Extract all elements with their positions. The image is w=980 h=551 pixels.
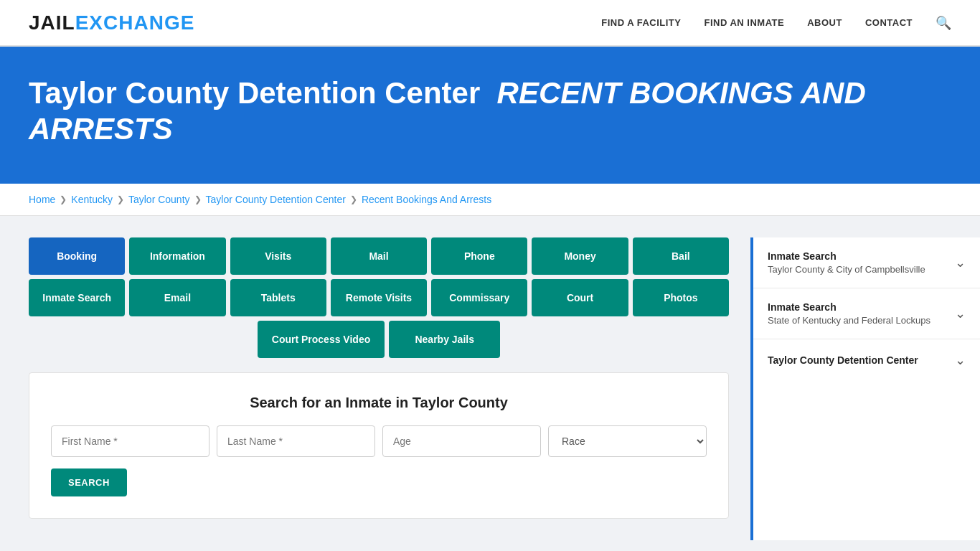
sidebar-item-2[interactable]: Inmate Search State of Kentucky and Fede… [753,288,980,339]
tab-court-process-video[interactable]: Court Process Video [258,321,385,358]
breadcrumb-current[interactable]: Recent Bookings And Arrests [362,194,491,205]
sidebar-item-3[interactable]: Taylor County Detention Center ⌄ [753,339,980,381]
sidebar-item-1-title: Inmate Search [768,250,925,262]
tab-money[interactable]: Money [532,237,628,275]
breadcrumb-home[interactable]: Home [29,194,55,205]
sidebar-item-2-text: Inmate Search State of Kentucky and Fede… [768,301,930,326]
breadcrumb-detention-center[interactable]: Taylor County Detention Center [206,194,346,205]
sidebar-item-1-text: Inmate Search Taylor County & City of Ca… [768,250,925,275]
chevron-icon-1: ⌄ [955,255,966,270]
search-fields: Race White Black Hispanic Asian Other [51,425,707,457]
tab-court[interactable]: Court [532,279,628,316]
page-title: Taylor County Detention Center RECENT BO… [29,75,951,148]
nav: FIND A FACILITY FIND AN INMATE ABOUT CON… [601,15,951,31]
logo-exchange: EXCHANGE [75,11,195,34]
breadcrumb-kentucky[interactable]: Kentucky [71,194,113,205]
nav-contact[interactable]: CONTACT [865,17,913,28]
sidebar-item-3-title: Taylor County Detention Center [768,354,918,366]
tab-row-3: Court Process Video Nearby Jails [29,321,729,358]
nav-about[interactable]: ABOUT [807,17,842,28]
search-title: Search for an Inmate in Taylor County [51,395,707,411]
breadcrumb-sep-2: ❯ [117,194,124,204]
sidebar-item-1[interactable]: Inmate Search Taylor County & City of Ca… [753,237,980,288]
tab-email[interactable]: Email [129,279,225,316]
logo-jail: JAIL [29,11,75,34]
tab-row-1: Booking Information Visits Mail Phone Mo… [29,237,729,275]
chevron-icon-3: ⌄ [955,352,966,368]
nav-find-facility[interactable]: FIND A FACILITY [601,17,681,28]
last-name-input[interactable] [217,425,375,457]
race-select[interactable]: Race White Black Hispanic Asian Other [548,425,707,457]
sidebar-item-2-title: Inmate Search [768,301,930,313]
nav-find-inmate[interactable]: FIND AN INMATE [704,17,784,28]
tab-mail[interactable]: Mail [331,237,427,275]
breadcrumb: Home ❯ Kentucky ❯ Taylor County ❯ Taylor… [0,184,980,216]
tab-booking[interactable]: Booking [29,237,125,275]
left-content: Booking Information Visits Mail Phone Mo… [0,216,750,540]
tab-bail[interactable]: Bail [633,237,729,275]
hero-title-main: Taylor County Detention Center [29,76,480,110]
breadcrumb-taylor-county[interactable]: Taylor County [128,194,190,205]
main-content: Booking Information Visits Mail Phone Mo… [0,216,980,540]
tab-visits[interactable]: Visits [230,237,326,275]
breadcrumb-sep-3: ❯ [194,194,202,204]
age-input[interactable] [382,425,541,457]
tab-nearby-jails[interactable]: Nearby Jails [389,321,500,358]
tab-remote-visits[interactable]: Remote Visits [331,279,427,316]
chevron-icon-2: ⌄ [955,306,966,321]
tab-row-2: Inmate Search Email Tablets Remote Visit… [29,279,729,316]
breadcrumb-sep-1: ❯ [60,194,67,204]
tab-phone[interactable]: Phone [431,237,527,275]
search-form: Search for an Inmate in Taylor County Ra… [29,372,729,519]
sidebar-item-1-subtitle: Taylor County & City of Campbellsville [768,264,925,275]
breadcrumb-sep-4: ❯ [350,194,357,204]
first-name-input[interactable] [51,425,209,457]
tab-tablets[interactable]: Tablets [230,279,326,316]
tab-commissary[interactable]: Commissary [431,279,527,316]
tab-inmate-search[interactable]: Inmate Search [29,279,125,316]
sidebar-item-2-subtitle: State of Kentucky and Federal Lockups [768,315,930,326]
right-sidebar: Inmate Search Taylor County & City of Ca… [750,237,980,540]
tab-photos[interactable]: Photos [633,279,729,316]
hero-banner: Taylor County Detention Center RECENT BO… [0,47,980,184]
header: JAILEXCHANGE FIND A FACILITY FIND AN INM… [0,0,980,47]
search-button[interactable]: SEARCH [51,468,127,496]
logo[interactable]: JAILEXCHANGE [29,11,194,34]
search-icon[interactable]: 🔍 [936,15,951,31]
tab-information[interactable]: Information [129,237,225,275]
